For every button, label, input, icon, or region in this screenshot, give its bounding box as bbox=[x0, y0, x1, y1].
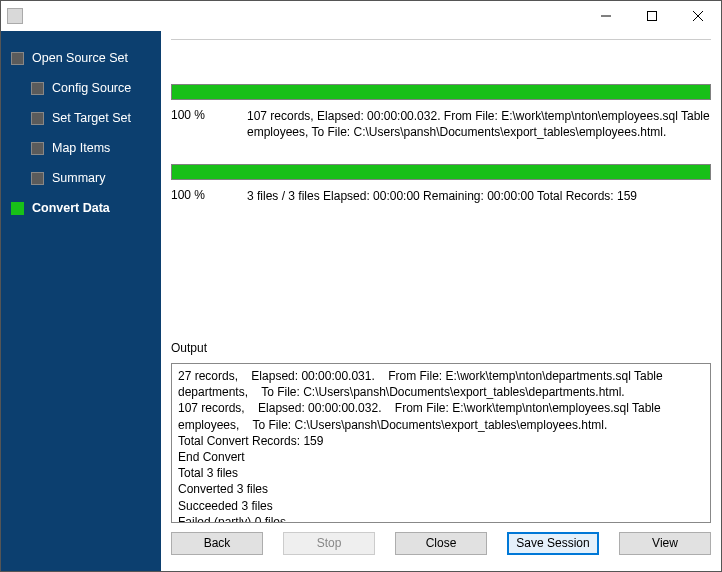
sidebar-item-convert-data[interactable]: Convert Data bbox=[1, 193, 161, 223]
sidebar-item-config-source[interactable]: Config Source bbox=[1, 73, 161, 103]
wizard-sidebar: Open Source Set Config Source Set Target… bbox=[1, 31, 161, 571]
body: Open Source Set Config Source Set Target… bbox=[1, 31, 721, 571]
close-button[interactable]: Close bbox=[395, 532, 487, 555]
maximize-button[interactable] bbox=[629, 1, 675, 31]
step-icon bbox=[31, 112, 44, 125]
sidebar-item-set-target-set[interactable]: Set Target Set bbox=[1, 103, 161, 133]
total-progress-detail: 3 files / 3 files Elapsed: 00:00:00 Rema… bbox=[247, 188, 711, 204]
file-progress-detail: 107 records, Elapsed: 00:00:00.032. From… bbox=[247, 108, 711, 140]
file-progress-percent: 100 % bbox=[171, 108, 231, 140]
total-progress-row: 100 % 3 files / 3 files Elapsed: 00:00:0… bbox=[171, 188, 711, 204]
window-controls bbox=[583, 1, 721, 31]
content-area: 100 % 107 records, Elapsed: 00:00:00.032… bbox=[171, 39, 711, 523]
minimize-button[interactable] bbox=[583, 1, 629, 31]
svg-rect-1 bbox=[648, 12, 657, 21]
sidebar-item-summary[interactable]: Summary bbox=[1, 163, 161, 193]
save-session-button[interactable]: Save Session bbox=[507, 532, 599, 555]
step-icon bbox=[11, 52, 24, 65]
step-icon bbox=[31, 142, 44, 155]
output-textarea[interactable]: 27 records, Elapsed: 00:00:00.031. From … bbox=[171, 363, 711, 523]
app-icon bbox=[7, 8, 23, 24]
view-button[interactable]: View bbox=[619, 532, 711, 555]
step-icon bbox=[31, 172, 44, 185]
sidebar-item-label: Config Source bbox=[52, 81, 131, 95]
close-window-button[interactable] bbox=[675, 1, 721, 31]
output-label: Output bbox=[171, 341, 711, 355]
file-progress-row: 100 % 107 records, Elapsed: 00:00:00.032… bbox=[171, 108, 711, 140]
sidebar-item-map-items[interactable]: Map Items bbox=[1, 133, 161, 163]
sidebar-item-open-source-set[interactable]: Open Source Set bbox=[1, 43, 161, 73]
app-window: Open Source Set Config Source Set Target… bbox=[0, 0, 722, 572]
step-icon bbox=[31, 82, 44, 95]
file-progress-bar bbox=[171, 84, 711, 100]
total-progress-percent: 100 % bbox=[171, 188, 231, 204]
sidebar-item-label: Set Target Set bbox=[52, 111, 131, 125]
main-panel: 100 % 107 records, Elapsed: 00:00:00.032… bbox=[161, 31, 721, 571]
back-button[interactable]: Back bbox=[171, 532, 263, 555]
step-icon bbox=[11, 202, 24, 215]
stop-button: Stop bbox=[283, 532, 375, 555]
sidebar-item-label: Summary bbox=[52, 171, 105, 185]
total-progress-bar bbox=[171, 164, 711, 180]
titlebar bbox=[1, 1, 721, 31]
sidebar-item-label: Convert Data bbox=[32, 201, 110, 215]
button-bar: Back Stop Close Save Session View bbox=[171, 523, 711, 563]
sidebar-item-label: Open Source Set bbox=[32, 51, 128, 65]
sidebar-item-label: Map Items bbox=[52, 141, 110, 155]
